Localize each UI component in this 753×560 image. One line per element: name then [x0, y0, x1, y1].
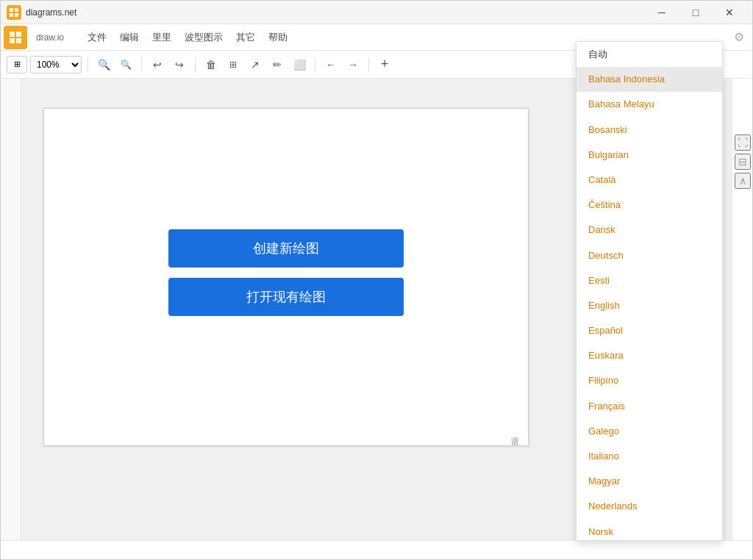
redo-button[interactable]: ↪ — [170, 55, 189, 74]
lang-item-eesti[interactable]: Eesti — [577, 268, 722, 293]
lang-item-deutsch[interactable]: Deutsch — [577, 243, 722, 268]
app-logo — [4, 26, 27, 49]
toolbar-separator-2 — [141, 57, 142, 72]
lang-item-bahasa_indonesia[interactable]: Bahasa Indonesia — [577, 67, 722, 92]
align-right-button[interactable]: → — [343, 55, 363, 74]
svg-rect-0 — [10, 8, 13, 12]
canvas-buttons: 创建新绘图 打开现有绘图 — [168, 229, 404, 316]
lang-item-bosanski[interactable]: Bosanski — [577, 118, 722, 143]
draw-button[interactable]: ✏ — [268, 55, 287, 74]
close-button[interactable]: ✕ — [713, 1, 746, 24]
svg-rect-6 — [10, 38, 15, 43]
toolbar-separator-1 — [88, 57, 88, 72]
fullscreen-button[interactable]: ⛶ — [735, 134, 751, 151]
lang-item-cestina[interactable]: Čeština — [577, 193, 722, 218]
menu-format[interactable]: 波型图示 — [179, 28, 229, 47]
undo-button[interactable]: ↩ — [148, 55, 167, 74]
add-button[interactable]: + — [375, 55, 394, 74]
lang-item-euskara[interactable]: Euskara — [577, 343, 722, 368]
lang-item-dansk[interactable]: Dansk — [577, 218, 722, 243]
svg-rect-4 — [10, 32, 15, 37]
zoom-out-button[interactable]: 🔍 — [116, 55, 135, 74]
settings-button[interactable]: ⚙ — [729, 27, 749, 48]
language-dropdown[interactable]: 自动 Bahasa IndonesiaBahasa MelayuBosanski… — [576, 41, 723, 541]
lang-item-catala[interactable]: Català — [577, 168, 722, 193]
svg-rect-1 — [15, 8, 18, 12]
align-left-button[interactable]: ← — [321, 55, 340, 74]
window-controls: ─ □ ✕ — [645, 1, 746, 24]
toolbar-separator-4 — [315, 57, 315, 72]
app-window: diagrams.net ─ □ ✕ draw.io 文件 编辑 里里 波型图示… — [0, 0, 753, 560]
bottom-bar — [1, 540, 752, 559]
menu-help[interactable]: 帮助 — [263, 28, 293, 47]
toolbar-separator-3 — [195, 57, 196, 72]
zoom-in-button[interactable]: 🔍 — [94, 55, 113, 74]
svg-rect-3 — [15, 13, 18, 17]
lang-item-english[interactable]: English — [577, 293, 722, 318]
open-diagram-button[interactable]: 打开现有绘图 — [168, 278, 404, 316]
panel-button[interactable]: ⊟ — [735, 154, 751, 170]
title-bar: diagrams.net ─ □ ✕ — [1, 1, 752, 24]
app-subtitle: draw.io — [36, 32, 64, 43]
lang-item-galego[interactable]: Galego — [577, 419, 722, 444]
lang-item-auto[interactable]: 自动 — [577, 42, 722, 67]
create-diagram-button[interactable]: 创建新绘图 — [168, 229, 404, 268]
menu-file[interactable]: 文件 — [82, 28, 113, 47]
lang-item-norsk[interactable]: Norsk — [577, 520, 722, 541]
lang-item-filipino[interactable]: Filipino — [577, 368, 722, 393]
menu-view[interactable]: 里里 — [146, 28, 177, 47]
svg-rect-5 — [16, 32, 21, 37]
drawing-canvas: 创建新绘图 打开现有绘图 语言 — [43, 108, 529, 446]
toolbar-separator-5 — [368, 57, 369, 72]
menu-other[interactable]: 其它 — [230, 28, 261, 47]
shape-button[interactable]: ⬜ — [290, 55, 309, 74]
svg-rect-2 — [10, 13, 13, 17]
lang-item-nederlands[interactable]: Nederlands — [577, 494, 722, 519]
lang-item-espanol[interactable]: Español — [577, 318, 722, 343]
zoom-select[interactable]: 100% 75% 150% — [30, 56, 82, 73]
lang-item-italiano[interactable]: Italiano — [577, 444, 722, 469]
window-title: diagrams.net — [26, 7, 645, 18]
lang-item-francais[interactable]: Français — [577, 394, 722, 419]
delete-button[interactable]: 🗑 — [201, 55, 221, 74]
lang-item-magyar[interactable]: Magyar — [577, 469, 722, 494]
app-logo-small — [7, 5, 21, 20]
format-button[interactable]: ⊞ — [224, 55, 243, 74]
menu-edit[interactable]: 编辑 — [114, 28, 145, 47]
minimize-button[interactable]: ─ — [645, 1, 679, 24]
svg-rect-7 — [16, 38, 21, 43]
page-selector[interactable] — [7, 56, 27, 73]
right-sidebar: ⛶ ⊟ ∧ — [732, 79, 752, 540]
connect-button[interactable]: ↗ — [246, 55, 265, 74]
lang-item-bulgarian[interactable]: Bulgarian — [577, 143, 722, 168]
restore-button[interactable]: □ — [679, 1, 713, 24]
collapse-button[interactable]: ∧ — [735, 173, 751, 189]
left-sidebar — [1, 79, 21, 540]
lang-item-bahasa_melayu[interactable]: Bahasa Melayu — [577, 92, 722, 117]
